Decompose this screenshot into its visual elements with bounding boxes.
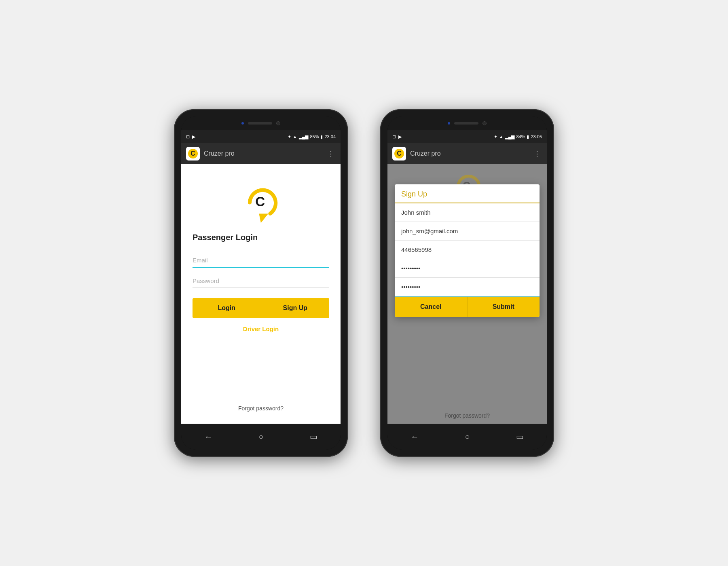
phone2-recents-button[interactable]: ▭ <box>508 429 532 445</box>
speaker <box>248 122 272 125</box>
app-bar: C Cruzer pro ⋮ <box>181 143 341 164</box>
submit-button[interactable]: Submit <box>467 297 540 317</box>
phone2-bluetooth-icon: ✦ <box>494 134 497 139</box>
phone2-camera <box>483 121 487 125</box>
svg-text:C: C <box>190 150 195 157</box>
phone2-status-bar: ⊡ ▶ ✦ ▲ ▂▄▆ 84% ▮ 23:05 <box>387 130 547 143</box>
phone2-forgot-password[interactable]: Forgot password? <box>444 412 490 419</box>
battery-icon: ▮ <box>320 134 323 139</box>
front-camera <box>276 121 280 125</box>
app-title: Cruzer pro <box>204 150 323 157</box>
phone2-screen-icon: ⊡ <box>392 134 396 139</box>
signup-button[interactable]: Sign Up <box>261 298 330 318</box>
battery-text: 85% <box>310 134 319 139</box>
youtube-icon: ▶ <box>192 134 195 139</box>
email-field-group <box>193 253 329 268</box>
phone-2: ⊡ ▶ ✦ ▲ ▂▄▆ 84% ▮ 23:05 C Cruzer pro ⋮ <box>380 109 554 457</box>
dialog-title: Sign Up <box>401 190 427 198</box>
led-indicator <box>241 122 244 125</box>
login-button[interactable]: Login <box>193 298 261 318</box>
app-icon: C <box>186 147 200 161</box>
back-button[interactable]: ← <box>196 429 220 445</box>
dialog-confirm-password-input[interactable] <box>395 278 540 297</box>
svg-text:C: C <box>255 194 265 209</box>
phone2-app-title: Cruzer pro <box>410 150 529 157</box>
phone2-top-bar <box>387 116 547 130</box>
phone2-youtube-icon: ▶ <box>398 134 402 139</box>
phone2-wifi-icon: ▲ <box>499 134 504 139</box>
overflow-menu-icon[interactable]: ⋮ <box>327 149 336 158</box>
signup-dialog: Sign Up Cancel Submit <box>395 184 540 317</box>
phone2-nav-bar: ← ○ ▭ <box>387 424 547 450</box>
phone-top-bar <box>181 116 341 130</box>
phone2-home-button[interactable]: ○ <box>457 429 478 445</box>
screen-icon: ⊡ <box>186 134 190 139</box>
svg-text:C: C <box>397 150 402 157</box>
password-field-group <box>193 274 329 288</box>
phone-1: ⊡ ▶ ✦ ▲ ▂▄▆ 85% ▮ 23:04 C Cruzer pro <box>174 109 348 457</box>
forgot-password-link[interactable]: Forgot password? <box>238 405 284 412</box>
dialog-fields <box>395 203 540 297</box>
status-bar: ⊡ ▶ ✦ ▲ ▂▄▆ 85% ▮ 23:04 <box>181 130 341 143</box>
phone2-app-bar: C Cruzer pro ⋮ <box>387 143 547 164</box>
bluetooth-icon: ✦ <box>288 134 291 139</box>
phone2-battery-icon: ▮ <box>527 134 529 139</box>
dialog-password-input[interactable] <box>395 259 540 278</box>
password-input[interactable] <box>193 274 329 288</box>
phone-input[interactable] <box>395 241 540 259</box>
app-logo: C <box>239 180 283 226</box>
phone2-led <box>448 122 450 125</box>
phone2-speaker <box>454 122 478 125</box>
login-screen: C Passenger Login Login Sign Up Driver L… <box>181 164 341 424</box>
signal-icon: ▂▄▆ <box>299 134 309 139</box>
email-input[interactable] <box>193 253 329 268</box>
recents-button[interactable]: ▭ <box>302 429 326 445</box>
phone2-app-icon: C <box>392 147 406 161</box>
wifi-icon: ▲ <box>293 134 297 139</box>
driver-login-link[interactable]: Driver Login <box>243 325 279 332</box>
name-input[interactable] <box>395 203 540 222</box>
dialog-header: Sign Up <box>395 184 540 203</box>
phone2-signal-icon: ▂▄▆ <box>505 134 515 139</box>
dialog-email-input[interactable] <box>395 222 540 241</box>
dialog-action-buttons: Cancel Submit <box>395 297 540 317</box>
auth-buttons: Login Sign Up <box>193 298 329 318</box>
page-title: Passenger Login <box>193 233 258 242</box>
phone2-time-display: 23:05 <box>531 134 542 139</box>
home-button[interactable]: ○ <box>250 429 271 445</box>
time-display: 23:04 <box>324 134 336 139</box>
phone2-battery-text: 84% <box>516 134 525 139</box>
phone2-back-button[interactable]: ← <box>402 429 427 445</box>
signup-screen: C Sign Up Cancel Submit <box>387 164 547 424</box>
phone2-overflow-menu-icon[interactable]: ⋮ <box>533 149 542 158</box>
cancel-button[interactable]: Cancel <box>395 297 467 317</box>
nav-bar: ← ○ ▭ <box>181 424 341 450</box>
